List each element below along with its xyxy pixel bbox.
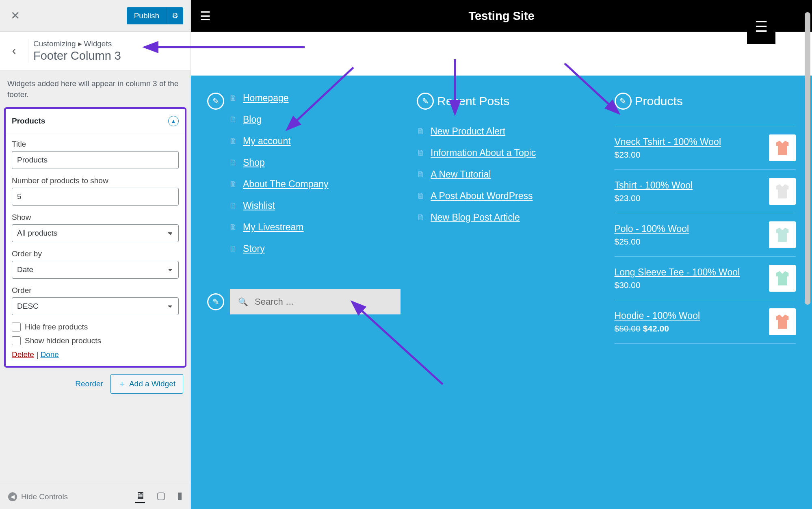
publish-button[interactable]: Publish: [127, 7, 167, 24]
section-title: Footer Column 3: [33, 49, 121, 63]
footer-preview: ✎ 🗎Homepage🗎Blog🗎My account🗎Shop🗎About T…: [191, 76, 812, 509]
nav-link[interactable]: Homepage: [243, 93, 289, 104]
show-hidden-checkbox[interactable]: [12, 336, 21, 345]
done-link[interactable]: Done: [40, 350, 58, 359]
nav-link[interactable]: My Livestream: [243, 222, 304, 233]
collapse-toggle[interactable]: ▲: [168, 116, 179, 126]
title-input[interactable]: [12, 151, 179, 169]
list-item: 🗎About The Company: [229, 179, 329, 190]
product-price: $25.00: [615, 237, 689, 247]
hide-controls-button[interactable]: ◀ Hide Controls: [8, 492, 68, 501]
document-icon: 🗎: [229, 115, 237, 124]
product-price: $50.00$42.00: [615, 324, 700, 334]
edit-widget-icon[interactable]: ✎: [207, 293, 224, 310]
show-select[interactable]: All products: [12, 224, 179, 242]
preview-topbar: ☰ Testing Site: [191, 0, 812, 32]
column-title: Products: [635, 94, 683, 108]
desktop-preview-button[interactable]: 🖥: [135, 490, 145, 503]
vertical-scrollbar[interactable]: [805, 0, 810, 509]
num-label: Number of products to show: [12, 176, 179, 185]
scrollbar-thumb[interactable]: [805, 12, 810, 305]
customizer-sidebar: ✕ Publish ⚙ ‹ Customizing▸Widgets Footer…: [0, 0, 191, 509]
hamburger-icon: ☰: [755, 18, 768, 35]
product-thumbnail[interactable]: [769, 308, 796, 335]
chevron-left-icon: ‹: [12, 44, 16, 57]
post-link[interactable]: New Product Alert: [431, 126, 505, 137]
nav-link[interactable]: Blog: [243, 114, 262, 125]
list-item: 🗎My Livestream: [229, 222, 329, 233]
post-link[interactable]: New Blog Post Article: [431, 212, 520, 223]
nav-link[interactable]: My account: [243, 136, 291, 147]
edit-widget-icon[interactable]: ✎: [207, 93, 224, 110]
product-link[interactable]: Hoodie - 100% Wool: [615, 310, 700, 321]
search-input[interactable]: 🔍 Search …: [230, 289, 401, 314]
footer-column-3: ✎ Products Vneck Tshirt - 100% Wool$23.0…: [615, 93, 796, 344]
product-price: $30.00: [615, 280, 740, 290]
reorder-link[interactable]: Reorder: [75, 379, 103, 388]
product-thumbnail[interactable]: [769, 221, 796, 248]
delete-link[interactable]: Delete: [12, 350, 34, 359]
edit-widget-icon[interactable]: ✎: [615, 93, 632, 110]
list-item: 🗎Wishlist: [229, 200, 329, 211]
nav-link[interactable]: Wishlist: [243, 200, 275, 211]
orderby-select[interactable]: Date: [12, 261, 179, 279]
widget-actions: Delete | Done: [12, 350, 179, 359]
document-icon: 🗎: [229, 158, 237, 167]
document-icon: 🗎: [417, 213, 425, 222]
preview-spacer: [191, 32, 812, 76]
publish-settings-button[interactable]: ⚙: [167, 7, 183, 24]
product-row: Vneck Tshirt - 100% Wool$23.00: [615, 126, 796, 170]
sidebar-top-bar: ✕ Publish ⚙: [0, 0, 191, 32]
menu-icon[interactable]: ☰: [200, 9, 211, 23]
product-link[interactable]: Polo - 100% Wool: [615, 223, 689, 234]
menu-toggle-button[interactable]: ☰: [747, 10, 775, 44]
widget-header-title: Products: [12, 117, 45, 126]
order-label: Order: [12, 286, 179, 295]
edit-widget-icon[interactable]: ✎: [417, 93, 434, 110]
product-link[interactable]: Vneck Tshirt - 100% Wool: [615, 136, 721, 147]
num-input[interactable]: [12, 188, 179, 206]
widget-header[interactable]: Products ▲: [5, 108, 185, 134]
product-row: Hoodie - 100% Wool$50.00$42.00: [615, 300, 796, 344]
post-link[interactable]: Information About a Topic: [431, 147, 536, 158]
mobile-preview-button[interactable]: ▮: [177, 490, 182, 503]
product-link[interactable]: Long Sleeve Tee - 100% Wool: [615, 267, 740, 278]
post-link[interactable]: A New Tutorial: [431, 169, 491, 180]
document-icon: 🗎: [229, 180, 237, 189]
caret-up-icon: ▲: [171, 118, 176, 124]
show-hidden-label: Show hidden products: [25, 336, 101, 345]
add-widget-button[interactable]: ＋ Add a Widget: [110, 374, 183, 394]
list-item: 🗎A Post About WordPress: [417, 191, 598, 201]
nav-link[interactable]: About The Company: [243, 179, 329, 190]
search-icon: 🔍: [238, 297, 248, 307]
post-link[interactable]: A Post About WordPress: [431, 191, 533, 201]
product-thumbnail[interactable]: [769, 134, 796, 161]
product-row: Polo - 100% Wool$25.00: [615, 213, 796, 257]
product-thumbnail[interactable]: [769, 178, 796, 205]
nav-link[interactable]: Story: [243, 243, 265, 254]
order-select[interactable]: DESC: [12, 297, 179, 315]
product-thumbnail[interactable]: [769, 265, 796, 292]
hide-free-checkbox[interactable]: [12, 323, 21, 331]
breadcrumb: Customizing▸Widgets: [33, 39, 121, 48]
breadcrumb-leaf[interactable]: Widgets: [84, 39, 112, 48]
sidebar-footer-actions: Reorder ＋ Add a Widget: [0, 367, 191, 401]
close-icon[interactable]: ✕: [7, 9, 23, 22]
back-button[interactable]: ‹: [0, 39, 28, 63]
list-item: 🗎My account: [229, 136, 329, 147]
list-item: 🗎New Product Alert: [417, 126, 598, 137]
widget-products: Products ▲ Title Number of products to s…: [5, 108, 186, 367]
footer-search-widget: ✎ 🔍 Search …: [207, 289, 401, 314]
product-row: Long Sleeve Tee - 100% Wool$30.00: [615, 257, 796, 300]
widget-body: Title Number of products to show Show Al…: [5, 134, 185, 366]
document-icon: 🗎: [417, 127, 425, 136]
tablet-preview-button[interactable]: ▢: [156, 490, 166, 503]
document-icon: 🗎: [417, 148, 425, 158]
product-link[interactable]: Tshirt - 100% Wool: [615, 180, 693, 191]
nav-link[interactable]: Shop: [243, 157, 265, 168]
document-icon: 🗎: [229, 223, 237, 232]
search-placeholder: Search …: [255, 297, 294, 307]
hide-free-label: Hide free products: [25, 323, 88, 331]
document-icon: 🗎: [417, 191, 425, 201]
list-item: 🗎Shop: [229, 157, 329, 168]
